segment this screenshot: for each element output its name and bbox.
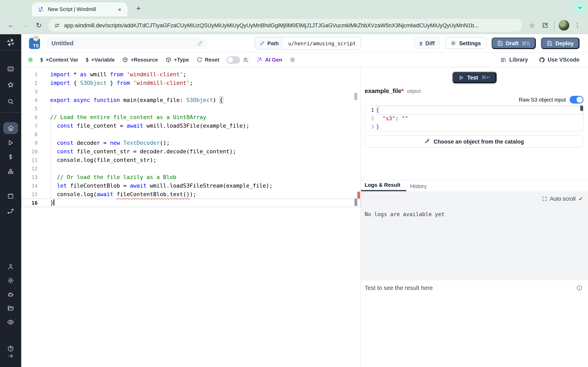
code-line[interactable]: 14 let fileContentBlob = await wmill.loa… <box>21 182 361 190</box>
sidebar-item-flows[interactable] <box>7 208 14 215</box>
library-button[interactable]: Library <box>500 57 528 63</box>
sidebar-item-favorites[interactable] <box>7 81 14 89</box>
add-type-button[interactable]: +Type <box>165 57 189 63</box>
sidebar-item-folders[interactable] <box>7 305 14 312</box>
home-icon <box>7 125 14 132</box>
new-tab-button[interactable]: + <box>133 3 144 14</box>
line-number: 2 <box>21 79 38 87</box>
check-icon: ✓ <box>579 195 583 202</box>
bun-runtime-icon <box>33 35 39 41</box>
add-resource-button[interactable]: +Resource <box>122 57 158 63</box>
deploy-button[interactable]: Deploy <box>541 38 579 49</box>
path-field[interactable]: Path u/henri/amusing_script <box>255 37 361 50</box>
arg-type: object <box>407 89 421 94</box>
expand-icon[interactable] <box>542 196 547 201</box>
forward-button[interactable]: → <box>19 20 31 31</box>
no-logs-text: No logs are available yet <box>365 211 583 217</box>
add-context-var-button[interactable]: $ +Context Var <box>40 57 78 63</box>
sidebar-item-workers[interactable] <box>7 291 14 298</box>
code-line[interactable]: 11 console.log(file_content_str); <box>21 156 361 164</box>
bookmark-star-icon[interactable]: ☆ <box>526 20 537 31</box>
address-bar[interactable]: app.windmill.dev/scripts/add#JTdCJTIyaGF… <box>48 19 522 32</box>
code-line[interactable]: 4export async function main(example_file… <box>21 96 361 104</box>
diff-button[interactable]: ± Diff <box>414 38 440 49</box>
code-line[interactable]: 3} <box>365 123 583 131</box>
code-editor[interactable]: 1import * as wmill from 'windmill-client… <box>21 67 361 367</box>
script-name-field[interactable]: Untitled <box>47 38 207 49</box>
sidebar-item-settings[interactable] <box>7 277 14 284</box>
code-line[interactable]: 8 <box>21 130 361 139</box>
sidebar-item-home[interactable] <box>3 122 18 134</box>
settings-button[interactable]: Settings <box>445 38 486 49</box>
code-lines[interactable]: 1import * as wmill from 'windmill-client… <box>21 70 361 207</box>
line-number: 9 <box>21 139 38 147</box>
tab-logs-result[interactable]: Logs & Result <box>361 182 406 191</box>
code-line[interactable]: 6// Load the entire file_content as a Ui… <box>21 113 361 122</box>
sidebar-item-resources[interactable] <box>7 168 14 176</box>
multiplayer-toggle[interactable] <box>227 56 249 63</box>
draft-button[interactable]: Draft ⌘S <box>492 38 536 49</box>
editor-scrollbar-thumb[interactable] <box>355 93 357 100</box>
editor-toolbar: $ +Context Var $ +Variable +Resource +Ty… <box>21 52 588 67</box>
line-number: 6 <box>21 113 38 122</box>
code-line[interactable]: 5 <box>21 104 361 113</box>
code-line[interactable]: 10 const file_content_str = decoder.deco… <box>21 147 361 156</box>
code-line[interactable]: 3 <box>21 87 361 96</box>
tab-close-icon[interactable]: × <box>116 6 123 13</box>
reset-button[interactable]: Reset <box>196 57 219 63</box>
json-lines[interactable]: 1{2 "s3": ""3} <box>365 106 583 131</box>
sidebar-item-runs[interactable] <box>7 139 14 146</box>
auto-scroll-label[interactable]: Auto scroll <box>550 196 576 202</box>
back-button[interactable]: ← <box>5 20 17 31</box>
site-settings-icon[interactable] <box>54 22 60 28</box>
editor-settings-button[interactable] <box>290 57 296 63</box>
line-number: 15 <box>21 190 38 199</box>
profile-avatar[interactable] <box>559 20 569 31</box>
browser-tab[interactable]: New Script | Windmill × <box>32 2 127 16</box>
sidebar-item-audit[interactable] <box>7 318 14 326</box>
help-icon[interactable] <box>7 345 14 352</box>
code-line[interactable]: 16} <box>21 199 361 207</box>
choose-object-button[interactable]: Choose an object from the catalog <box>365 135 584 148</box>
required-asterisk: * <box>401 87 404 94</box>
code-line[interactable]: 12 <box>21 164 361 173</box>
add-variable-button[interactable]: $ +Variable <box>86 57 115 63</box>
raw-json-editor[interactable]: 1{2 "s3": ""3} <box>365 105 584 131</box>
expand-sidebar-icon[interactable] <box>8 353 14 359</box>
line-number: 8 <box>21 130 38 139</box>
info-icon[interactable] <box>576 285 583 291</box>
search-icon[interactable] <box>7 98 14 105</box>
json-scrollbar-thumb[interactable] <box>580 106 583 111</box>
code-line[interactable]: 15 console.log(await fileContentBlob.tex… <box>21 190 361 199</box>
reload-button[interactable]: ↻ <box>33 20 44 31</box>
edit-pencil-icon[interactable] <box>197 40 203 46</box>
code-line[interactable]: 2 "s3": "" <box>365 114 583 123</box>
test-button[interactable]: Test ⌘↵ <box>452 72 497 83</box>
code-line[interactable]: 1{ <box>365 106 583 114</box>
code-line[interactable]: 1import * as wmill from 'windmill-client… <box>21 70 361 79</box>
windmill-logo-icon[interactable] <box>6 38 15 47</box>
use-vscode-button[interactable]: Use VScode <box>539 57 579 63</box>
sidebar-item-schedules[interactable] <box>7 193 14 200</box>
code-line[interactable]: 9 const decoder = new TextDecoder(); <box>21 139 361 147</box>
toggle-off[interactable] <box>227 56 240 63</box>
tab-search-button[interactable] <box>574 2 585 13</box>
tab-history[interactable]: History <box>408 183 433 191</box>
ai-gen-button[interactable]: AI Gen <box>256 57 282 63</box>
test-shortcut: ⌘↵ <box>481 75 490 80</box>
logs-area: Auto scroll ✓ No logs are available yet <box>361 191 588 280</box>
library-icon <box>500 57 507 63</box>
sidebar-item-user[interactable] <box>7 263 14 270</box>
tab-title: New Script | Windmill <box>48 7 116 12</box>
raw-s3-toggle[interactable] <box>570 96 584 104</box>
code-line[interactable]: 7 const file_content = await wmill.loadS… <box>21 122 361 130</box>
code-line[interactable]: 13 // Or load the file lazily as a Blob <box>21 173 361 182</box>
sidebar-item-variables[interactable] <box>7 154 14 160</box>
extensions-icon[interactable] <box>539 20 551 31</box>
chrome-actions: ☆ ⋮ <box>525 20 584 31</box>
browser-menu-icon[interactable]: ⋮ <box>572 20 583 31</box>
sidebar-item-apps[interactable] <box>7 65 14 73</box>
pipette-icon <box>424 139 430 144</box>
code-line[interactable]: 2import { S3Object } from 'windmill-clie… <box>21 79 361 87</box>
line-number: 14 <box>21 182 38 190</box>
